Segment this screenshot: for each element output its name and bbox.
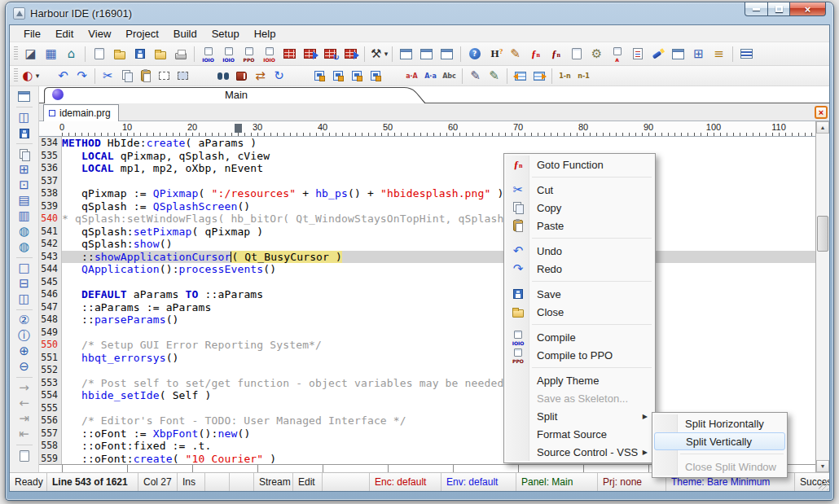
toolbar-grip[interactable] xyxy=(14,46,18,61)
code-line[interactable]: 551 hbqt_errorsys() xyxy=(39,352,815,365)
source-control-vss-menu-item[interactable]: Source Control - VSS▶ xyxy=(506,443,653,461)
toggle-case-button[interactable]: Abc xyxy=(440,68,459,85)
code-line[interactable]: 542 qSplash:show() xyxy=(39,238,815,251)
split-menu-item[interactable]: Split▶ xyxy=(506,407,653,425)
tools-button[interactable]: ⚒▾ xyxy=(368,44,389,64)
resize-grip[interactable] xyxy=(819,480,828,490)
exit-button[interactable]: ◪ xyxy=(20,44,41,64)
code-line[interactable]: 539 qSplash := QSplashScreen() xyxy=(39,200,815,213)
scroll-down-arrow[interactable]: ▼ xyxy=(816,460,829,472)
rebuild-button[interactable] xyxy=(320,44,340,64)
shift-left-button[interactable] xyxy=(511,68,529,85)
help-button[interactable]: ? xyxy=(464,44,485,64)
windows-button[interactable] xyxy=(14,89,35,104)
code-line[interactable]: 538 qPixmap := QPixmap( ":/resources" + … xyxy=(39,187,815,200)
menubar-item-view[interactable]: View xyxy=(81,26,118,42)
scroll-up-arrow[interactable]: ▲ xyxy=(816,121,829,134)
menubar-item-setup[interactable]: Setup xyxy=(204,26,247,42)
code-line[interactable]: 553 /* Post self to set/get function - o… xyxy=(39,377,815,390)
zoom-in-button[interactable]: ⊕ xyxy=(14,344,35,359)
code-line[interactable]: 541 qSplash:setPixmap( qPixmap ) xyxy=(39,226,815,239)
reload-button[interactable]: ↻ xyxy=(270,68,288,85)
code-line[interactable]: 535 LOCAL qPixmap, qSplash, cView xyxy=(39,150,815,163)
code-line[interactable]: 546 DEFAULT aParams TO ::aParams xyxy=(39,288,815,301)
settings-button[interactable]: ⚙ xyxy=(586,44,607,64)
build-button[interactable] xyxy=(279,44,300,64)
code-line[interactable]: 540* qSplash:setWindowFlags( hb_bitOr( Q… xyxy=(39,213,815,226)
mark-2-button[interactable] xyxy=(328,68,347,85)
copy-button[interactable] xyxy=(117,68,136,85)
save-menu-item[interactable]: Save xyxy=(506,285,653,303)
redo-button[interactable]: ↷ xyxy=(72,68,91,85)
code-line[interactable]: 549 xyxy=(39,327,815,340)
copy-view-button[interactable] xyxy=(14,147,35,162)
goto-line-button[interactable]: 1-n xyxy=(556,68,574,85)
code-line[interactable]: 547 ::aParams := aParams xyxy=(39,301,815,314)
toolbar-grip[interactable] xyxy=(14,68,18,83)
block-select-button[interactable] xyxy=(174,68,192,85)
goto-function-menu-item[interactable]: ƒGoto Function xyxy=(506,156,653,173)
save-button[interactable] xyxy=(130,44,150,64)
mark-4-button[interactable] xyxy=(366,68,384,85)
function-list-button[interactable]: ƒ xyxy=(525,44,546,64)
split-horizontally-menu-item[interactable]: Split Horizontally xyxy=(654,414,785,432)
expand-grid-button[interactable]: ⊡ xyxy=(14,177,35,193)
menubar-item-edit[interactable]: Edit xyxy=(48,26,81,42)
theme-select-button[interactable]: ◐▾ xyxy=(20,68,39,85)
revert-button[interactable] xyxy=(150,44,170,64)
to-upper-button[interactable]: a·A xyxy=(402,68,421,85)
home-button[interactable]: ⌂ xyxy=(61,44,81,64)
menubar-item-help[interactable]: Help xyxy=(247,26,283,42)
panel-plain-button[interactable]: □ xyxy=(14,261,35,276)
compile-exe-button[interactable]: IOIO xyxy=(259,44,279,64)
format-source-menu-item[interactable]: Format Source xyxy=(506,425,653,443)
close-button[interactable]: × xyxy=(790,2,826,16)
code-line[interactable]: 548 ::parseParams() xyxy=(39,313,815,327)
grid-button[interactable]: ⊞ xyxy=(14,162,35,177)
panel-split-button[interactable]: ◫ xyxy=(14,291,35,307)
show-desktop-button[interactable]: ▦ xyxy=(41,44,61,64)
code-line[interactable]: 537 xyxy=(39,175,815,188)
line-number-button[interactable]: n-1 xyxy=(574,68,593,85)
doc-notes-button[interactable] xyxy=(14,448,35,463)
code-line[interactable]: 545 xyxy=(39,276,815,289)
rebuild-launch-button[interactable] xyxy=(340,44,361,64)
mark-3-button[interactable] xyxy=(347,68,366,85)
new-file-button[interactable] xyxy=(89,44,109,64)
changelog-button[interactable]: A xyxy=(607,44,627,64)
table-view-button[interactable] xyxy=(668,44,688,64)
bookmark-button[interactable] xyxy=(232,68,251,85)
save-view-button[interactable] xyxy=(14,125,35,141)
code-line[interactable]: 550 /* Setup GUI Error Reporting System*… xyxy=(39,339,815,352)
grid-view-button[interactable]: ⊞ xyxy=(688,44,709,64)
tab-main[interactable]: Main xyxy=(44,86,428,103)
panel-bottom-button[interactable]: ⊟ xyxy=(14,276,35,291)
syntax-check-button[interactable]: IOIO xyxy=(198,44,218,64)
rows-button[interactable]: ▤ xyxy=(14,193,35,208)
code-line[interactable]: 554 hbide_setIde( Self ) xyxy=(39,389,815,402)
cut-menu-item[interactable]: ✂Cut xyxy=(506,181,653,199)
docs-panel-button[interactable] xyxy=(437,44,457,64)
title-bar[interactable]: Harbour IDE (r16901) × xyxy=(6,2,833,24)
split-vertical-button[interactable]: ◫ xyxy=(14,110,35,125)
open-file-button[interactable] xyxy=(109,44,130,64)
close-menu-item[interactable]: Close xyxy=(506,303,653,321)
redo-menu-item[interactable]: ↷Redo xyxy=(506,260,653,278)
code-line[interactable]: 544 QApplication():processEvents() xyxy=(39,263,815,276)
tab-idemain-prg[interactable]: idemain.prg xyxy=(43,104,119,121)
theme-file-button[interactable] xyxy=(627,44,648,64)
search-files-button[interactable] xyxy=(648,44,668,64)
code-line[interactable]: 552 xyxy=(39,364,815,377)
compile-button[interactable]: IOIO xyxy=(218,44,239,64)
maximize-button[interactable] xyxy=(768,2,790,16)
columns-button[interactable]: ▥ xyxy=(14,208,35,224)
split-vertically-menu-item[interactable]: Split Vertically xyxy=(654,432,785,450)
menubar-item-project[interactable]: Project xyxy=(118,26,165,42)
vertical-scrollbar[interactable]: ▲ ▼ xyxy=(815,121,829,472)
goto-last-button[interactable]: ⇥ xyxy=(14,411,35,427)
code-line[interactable]: 534METHOD HbIde:create( aParams ) xyxy=(39,137,815,150)
scrollbar-thumb[interactable] xyxy=(817,216,828,252)
compile-menu-item[interactable]: IOIOCompile xyxy=(506,328,653,346)
paste-menu-item[interactable]: Paste xyxy=(506,217,653,234)
undo-button[interactable]: ↶ xyxy=(54,68,72,85)
